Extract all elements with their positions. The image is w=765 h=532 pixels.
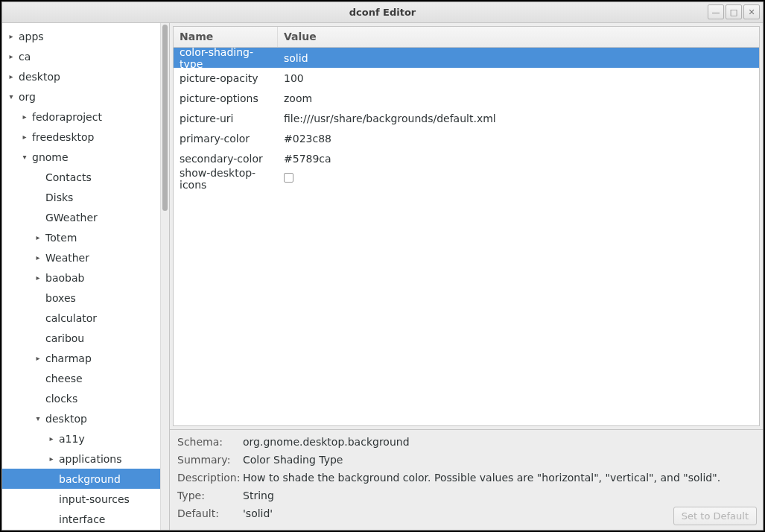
main: Name Value color-shading-typesolidpictur… <box>170 23 763 530</box>
tree-item-label: apps <box>16 31 44 42</box>
setting-name: show-desktop-icons <box>174 167 278 191</box>
tree-item[interactable]: ▸desktop <box>2 66 160 86</box>
chevron-right-icon[interactable]: ▸ <box>20 133 29 141</box>
setting-value[interactable]: #5789ca <box>278 153 759 165</box>
tree-item[interactable]: ▸apps <box>2 26 160 46</box>
tree[interactable]: ▸apps▸ca▸desktop▾org▸fedoraproject▸freed… <box>2 23 160 530</box>
setting-value[interactable]: solid <box>278 52 759 64</box>
tree-item-label: applications <box>56 453 122 465</box>
tree-item-label: org <box>16 91 36 103</box>
column-header-value[interactable]: Value <box>278 27 759 47</box>
setting-value[interactable]: #023c88 <box>278 133 759 145</box>
maximize-button[interactable]: □ <box>726 4 742 19</box>
tree-item[interactable]: ▾desktop <box>2 408 160 428</box>
chevron-down-icon[interactable]: ▾ <box>20 153 29 161</box>
tree-item[interactable]: ▸fedoraproject <box>2 107 160 127</box>
tree-item-label: freedesktop <box>29 131 94 143</box>
setting-value[interactable]: zoom <box>278 92 759 104</box>
column-header-name[interactable]: Name <box>174 27 278 47</box>
table-body[interactable]: color-shading-typesolidpicture-opacity10… <box>174 48 759 425</box>
tree-item[interactable]: Disks <box>2 187 160 207</box>
table-row[interactable]: secondary-color#5789ca <box>174 148 759 168</box>
chevron-right-icon[interactable]: ▸ <box>7 72 16 80</box>
chevron-right-icon[interactable]: ▸ <box>7 32 16 40</box>
close-icon: ✕ <box>748 7 755 17</box>
chevron-right-icon[interactable]: ▸ <box>34 253 42 262</box>
tree-item-label: gnome <box>29 151 69 163</box>
tree-item-label: ca <box>16 51 31 63</box>
detail-label: Summary: <box>177 454 243 466</box>
tree-item-label: charmap <box>42 352 92 364</box>
detail-value: org.gnome.desktop.background <box>243 436 755 448</box>
tree-item-label: desktop <box>16 71 60 83</box>
table-row[interactable]: picture-urifile:///usr/share/backgrounds… <box>174 108 759 128</box>
setting-value[interactable] <box>278 173 759 185</box>
tree-item[interactable]: caribou <box>2 328 160 348</box>
tree-item-label: background <box>56 473 121 485</box>
detail-description: Description: How to shade the background… <box>177 472 755 484</box>
tree-item[interactable]: cheese <box>2 368 160 388</box>
detail-value: How to shade the background color. Possi… <box>243 472 755 484</box>
tree-item-label: boxes <box>42 292 76 304</box>
table-row[interactable]: primary-color#023c88 <box>174 128 759 148</box>
chevron-down-icon[interactable]: ▾ <box>7 92 16 101</box>
table-row[interactable]: show-desktop-icons <box>174 168 759 189</box>
tree-item-label: fedoraproject <box>29 111 102 123</box>
detail-value: String <box>243 490 755 501</box>
setting-value[interactable]: 100 <box>278 72 759 84</box>
chevron-right-icon[interactable]: ▸ <box>47 455 56 463</box>
chevron-right-icon[interactable]: ▸ <box>34 354 42 362</box>
tree-item-label: Weather <box>42 252 89 264</box>
tree-item[interactable]: clocks <box>2 388 160 408</box>
minimize-button[interactable]: — <box>708 4 724 19</box>
tree-item[interactable]: ▸freedesktop <box>2 127 160 147</box>
tree-item[interactable]: boxes <box>2 288 160 308</box>
setting-name: color-shading-type <box>174 48 278 70</box>
tree-item[interactable]: interface <box>2 509 160 529</box>
close-button[interactable]: ✕ <box>743 4 760 19</box>
detail-value: Color Shading Type <box>243 454 755 466</box>
tree-item[interactable]: Contacts <box>2 167 160 187</box>
tree-item[interactable]: GWeather <box>2 207 160 227</box>
detail-default: Default: 'solid' <box>177 507 755 519</box>
detail-label: Type: <box>177 490 243 501</box>
tree-item[interactable]: ▸baobab <box>2 267 160 288</box>
tree-item[interactable]: ▸ca <box>2 46 160 66</box>
table-row[interactable]: picture-optionszoom <box>174 88 759 108</box>
tree-item-label: Disks <box>42 191 73 203</box>
tree-item-label: caribou <box>42 332 84 344</box>
tree-item[interactable]: calculator <box>2 308 160 328</box>
sidebar-scrollbar-thumb[interactable] <box>162 25 168 211</box>
chevron-right-icon[interactable]: ▸ <box>34 273 42 282</box>
tree-item[interactable]: input-sources <box>2 489 160 509</box>
detail-schema: Schema: org.gnome.desktop.background <box>177 436 755 448</box>
tree-item[interactable]: ▸Totem <box>2 227 160 247</box>
chevron-right-icon[interactable]: ▸ <box>34 233 42 241</box>
tree-item-label: a11y <box>56 433 85 445</box>
tree-item[interactable]: ▸Weather <box>2 247 160 267</box>
set-to-default-button[interactable]: Set to Default <box>673 507 757 525</box>
tree-item[interactable]: ▸charmap <box>2 348 160 368</box>
tree-item[interactable]: ▾gnome <box>2 147 160 167</box>
chevron-right-icon[interactable]: ▸ <box>7 52 16 60</box>
chevron-right-icon[interactable]: ▸ <box>47 434 56 443</box>
setting-name: picture-uri <box>174 113 278 124</box>
checkbox[interactable] <box>284 173 293 183</box>
sidebar-scrollbar[interactable] <box>160 23 169 530</box>
tree-item-label: calculator <box>42 312 97 324</box>
chevron-down-icon[interactable]: ▾ <box>34 414 42 422</box>
tree-item[interactable]: background <box>2 469 160 489</box>
tree-item[interactable]: ▸applications <box>2 449 160 469</box>
table-row[interactable]: color-shading-typesolid <box>174 48 759 68</box>
details-pane: Schema: org.gnome.desktop.background Sum… <box>170 429 763 530</box>
table-row[interactable]: picture-opacity100 <box>174 68 759 88</box>
tree-item-label: desktop <box>42 413 87 425</box>
window-title: dconf Editor <box>349 7 416 18</box>
chevron-right-icon[interactable]: ▸ <box>20 113 29 121</box>
tree-item[interactable]: ▸a11y <box>2 428 160 449</box>
table-header: Name Value <box>174 27 759 48</box>
detail-label: Default: <box>177 507 243 519</box>
titlebar[interactable]: dconf Editor — □ ✕ <box>2 2 763 23</box>
tree-item[interactable]: ▾org <box>2 86 160 107</box>
setting-value[interactable]: file:///usr/share/backgrounds/default.xm… <box>278 113 759 124</box>
